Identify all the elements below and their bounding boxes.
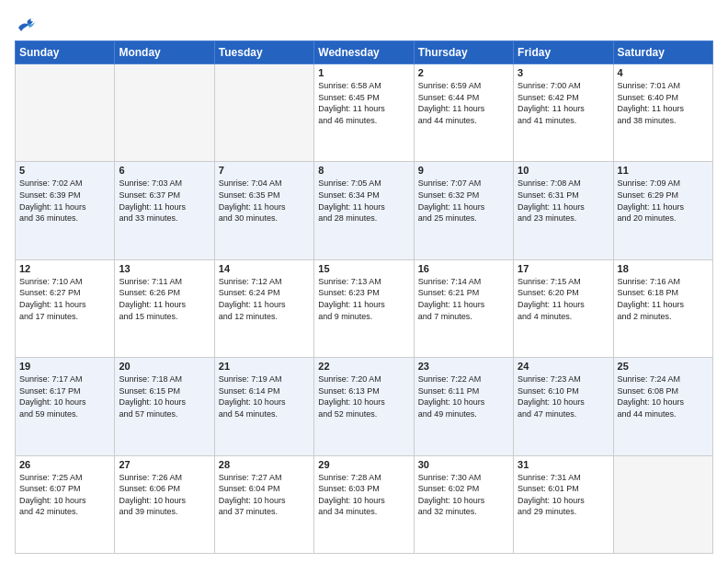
- day-content: Sunrise: 7:10 AM Sunset: 6:27 PM Dayligh…: [19, 276, 110, 322]
- day-number: 9: [418, 165, 509, 176]
- day-content: Sunrise: 7:01 AM Sunset: 6:40 PM Dayligh…: [618, 80, 709, 126]
- calendar-cell: 17Sunrise: 7:15 AM Sunset: 6:20 PM Dayli…: [514, 259, 613, 357]
- day-content: Sunrise: 7:24 AM Sunset: 6:08 PM Dayligh…: [618, 373, 709, 419]
- calendar-cell: 6Sunrise: 7:03 AM Sunset: 6:37 PM Daylig…: [115, 162, 214, 259]
- calendar-header-friday: Friday: [514, 41, 613, 64]
- day-number: 11: [618, 165, 709, 176]
- day-number: 19: [19, 361, 110, 372]
- header: [15, 11, 713, 33]
- day-number: 20: [119, 361, 210, 372]
- day-number: 29: [318, 459, 409, 470]
- calendar-header-wednesday: Wednesday: [314, 41, 414, 64]
- day-number: 4: [618, 67, 709, 78]
- day-content: Sunrise: 7:31 AM Sunset: 6:01 PM Dayligh…: [518, 472, 609, 518]
- calendar-cell: [16, 64, 115, 162]
- day-content: Sunrise: 7:09 AM Sunset: 6:29 PM Dayligh…: [618, 178, 709, 224]
- day-number: 1: [318, 67, 409, 78]
- day-number: 12: [19, 263, 110, 274]
- day-content: Sunrise: 7:03 AM Sunset: 6:37 PM Dayligh…: [119, 178, 210, 224]
- day-number: 25: [618, 361, 709, 372]
- calendar-cell: 15Sunrise: 7:13 AM Sunset: 6:23 PM Dayli…: [314, 259, 414, 357]
- calendar-cell: 23Sunrise: 7:22 AM Sunset: 6:11 PM Dayli…: [414, 358, 513, 455]
- calendar-cell: 4Sunrise: 7:01 AM Sunset: 6:40 PM Daylig…: [613, 64, 712, 162]
- calendar-cell: 25Sunrise: 7:24 AM Sunset: 6:08 PM Dayli…: [613, 358, 712, 455]
- calendar-cell: 14Sunrise: 7:12 AM Sunset: 6:24 PM Dayli…: [214, 259, 313, 357]
- calendar-header-thursday: Thursday: [414, 41, 513, 64]
- calendar-week-4: 26Sunrise: 7:25 AM Sunset: 6:07 PM Dayli…: [16, 455, 713, 553]
- calendar-cell: 12Sunrise: 7:10 AM Sunset: 6:27 PM Dayli…: [16, 259, 115, 357]
- logo-bird-icon: [17, 15, 37, 33]
- day-content: Sunrise: 7:28 AM Sunset: 6:03 PM Dayligh…: [318, 472, 409, 518]
- day-number: 15: [318, 263, 409, 274]
- calendar-header-row: SundayMondayTuesdayWednesdayThursdayFrid…: [16, 41, 713, 64]
- calendar-cell: 29Sunrise: 7:28 AM Sunset: 6:03 PM Dayli…: [314, 455, 414, 553]
- calendar-header-sunday: Sunday: [16, 41, 115, 64]
- calendar-cell: 20Sunrise: 7:18 AM Sunset: 6:15 PM Dayli…: [115, 358, 214, 455]
- day-content: Sunrise: 7:17 AM Sunset: 6:17 PM Dayligh…: [19, 373, 110, 419]
- day-content: Sunrise: 7:26 AM Sunset: 6:06 PM Dayligh…: [119, 472, 210, 518]
- day-content: Sunrise: 7:00 AM Sunset: 6:42 PM Dayligh…: [518, 80, 609, 126]
- logo: [15, 15, 37, 33]
- calendar-cell: [613, 455, 712, 553]
- day-content: Sunrise: 7:30 AM Sunset: 6:02 PM Dayligh…: [418, 472, 509, 518]
- day-number: 18: [618, 263, 709, 274]
- day-content: Sunrise: 7:27 AM Sunset: 6:04 PM Dayligh…: [219, 472, 310, 518]
- page: SundayMondayTuesdayWednesdayThursdayFrid…: [0, 0, 728, 563]
- calendar-cell: 19Sunrise: 7:17 AM Sunset: 6:17 PM Dayli…: [16, 358, 115, 455]
- day-number: 16: [418, 263, 509, 274]
- day-number: 28: [219, 459, 310, 470]
- calendar-cell: 24Sunrise: 7:23 AM Sunset: 6:10 PM Dayli…: [514, 358, 613, 455]
- calendar-cell: [115, 64, 214, 162]
- day-number: 24: [518, 361, 609, 372]
- day-content: Sunrise: 7:22 AM Sunset: 6:11 PM Dayligh…: [418, 373, 509, 419]
- calendar-header-saturday: Saturday: [613, 41, 712, 64]
- day-content: Sunrise: 7:19 AM Sunset: 6:14 PM Dayligh…: [219, 373, 310, 419]
- day-content: Sunrise: 7:12 AM Sunset: 6:24 PM Dayligh…: [219, 276, 310, 322]
- calendar-cell: 21Sunrise: 7:19 AM Sunset: 6:14 PM Dayli…: [214, 358, 313, 455]
- calendar-cell: 18Sunrise: 7:16 AM Sunset: 6:18 PM Dayli…: [613, 259, 712, 357]
- day-number: 2: [418, 67, 509, 78]
- day-content: Sunrise: 7:25 AM Sunset: 6:07 PM Dayligh…: [19, 472, 110, 518]
- day-content: Sunrise: 7:20 AM Sunset: 6:13 PM Dayligh…: [318, 373, 409, 419]
- calendar-cell: 13Sunrise: 7:11 AM Sunset: 6:26 PM Dayli…: [115, 259, 214, 357]
- day-content: Sunrise: 7:15 AM Sunset: 6:20 PM Dayligh…: [518, 276, 609, 322]
- day-number: 5: [19, 165, 110, 176]
- calendar-cell: 11Sunrise: 7:09 AM Sunset: 6:29 PM Dayli…: [613, 162, 712, 259]
- day-content: Sunrise: 7:18 AM Sunset: 6:15 PM Dayligh…: [119, 373, 210, 419]
- calendar-table: SundayMondayTuesdayWednesdayThursdayFrid…: [15, 40, 713, 554]
- calendar-cell: 9Sunrise: 7:07 AM Sunset: 6:32 PM Daylig…: [414, 162, 513, 259]
- calendar-week-1: 5Sunrise: 7:02 AM Sunset: 6:39 PM Daylig…: [16, 162, 713, 259]
- day-content: Sunrise: 7:16 AM Sunset: 6:18 PM Dayligh…: [618, 276, 709, 322]
- day-content: Sunrise: 7:02 AM Sunset: 6:39 PM Dayligh…: [19, 178, 110, 224]
- calendar-cell: 30Sunrise: 7:30 AM Sunset: 6:02 PM Dayli…: [414, 455, 513, 553]
- day-number: 30: [418, 459, 509, 470]
- day-number: 23: [418, 361, 509, 372]
- day-number: 27: [119, 459, 210, 470]
- day-content: Sunrise: 7:04 AM Sunset: 6:35 PM Dayligh…: [219, 178, 310, 224]
- calendar-cell: 5Sunrise: 7:02 AM Sunset: 6:39 PM Daylig…: [16, 162, 115, 259]
- day-number: 8: [318, 165, 409, 176]
- day-content: Sunrise: 6:59 AM Sunset: 6:44 PM Dayligh…: [418, 80, 509, 126]
- day-number: 10: [518, 165, 609, 176]
- calendar-header-tuesday: Tuesday: [214, 41, 313, 64]
- day-content: Sunrise: 7:11 AM Sunset: 6:26 PM Dayligh…: [119, 276, 210, 322]
- day-content: Sunrise: 7:05 AM Sunset: 6:34 PM Dayligh…: [318, 178, 409, 224]
- calendar-cell: 3Sunrise: 7:00 AM Sunset: 6:42 PM Daylig…: [514, 64, 613, 162]
- calendar-week-2: 12Sunrise: 7:10 AM Sunset: 6:27 PM Dayli…: [16, 259, 713, 357]
- calendar-cell: 2Sunrise: 6:59 AM Sunset: 6:44 PM Daylig…: [414, 64, 513, 162]
- day-number: 31: [518, 459, 609, 470]
- day-number: 3: [518, 67, 609, 78]
- calendar-cell: 1Sunrise: 6:58 AM Sunset: 6:45 PM Daylig…: [314, 64, 414, 162]
- calendar-cell: 26Sunrise: 7:25 AM Sunset: 6:07 PM Dayli…: [16, 455, 115, 553]
- day-content: Sunrise: 7:08 AM Sunset: 6:31 PM Dayligh…: [518, 178, 609, 224]
- calendar-cell: 31Sunrise: 7:31 AM Sunset: 6:01 PM Dayli…: [514, 455, 613, 553]
- day-number: 22: [318, 361, 409, 372]
- calendar-cell: 16Sunrise: 7:14 AM Sunset: 6:21 PM Dayli…: [414, 259, 513, 357]
- calendar-header-monday: Monday: [115, 41, 214, 64]
- calendar-cell: 8Sunrise: 7:05 AM Sunset: 6:34 PM Daylig…: [314, 162, 414, 259]
- day-number: 21: [219, 361, 310, 372]
- day-number: 13: [119, 263, 210, 274]
- calendar-cell: 22Sunrise: 7:20 AM Sunset: 6:13 PM Dayli…: [314, 358, 414, 455]
- calendar-cell: [214, 64, 313, 162]
- day-number: 17: [518, 263, 609, 274]
